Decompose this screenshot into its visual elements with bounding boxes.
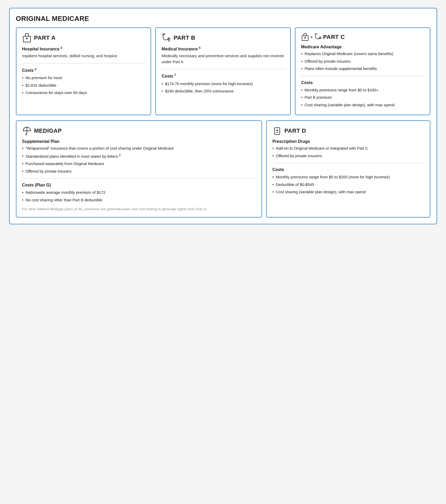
divider-5 xyxy=(272,163,424,163)
plus-icon: + xyxy=(311,35,313,39)
part-a-costs-list: No premium for most $1,632 deductible Co… xyxy=(22,75,145,96)
list-item: Coinsurance for stays over 60 days xyxy=(22,90,145,96)
part-b-subtitle: Medical Insurance 6 xyxy=(162,46,284,51)
part-c-costs-list: Monthly premiums range from $0 to $100+ … xyxy=(301,87,424,108)
part-d-title: PART D xyxy=(284,127,306,134)
list-item: $1,632 deductible xyxy=(22,83,145,89)
medigap-subtitle: Supplemental Plan xyxy=(22,139,256,144)
part-d-coverage-list: Add-on to Original Medicare or Integrate… xyxy=(272,145,424,159)
part-a-costs-title: Costs 5 xyxy=(22,68,145,73)
part-d-costs-list: Monthly premiums range from $0 to $200 (… xyxy=(272,174,424,195)
list-item: Offered by private insurers xyxy=(301,58,424,65)
hospital-icon xyxy=(22,33,32,43)
medigap-coverage-list: "Wraparound" insurance that covers a por… xyxy=(22,145,256,174)
svg-rect-1 xyxy=(25,34,28,36)
part-c-coverage-list: Replaces Original Medicare (covers same … xyxy=(301,51,424,72)
list-item: Monthly premiums range from $0 to $200 (… xyxy=(272,174,424,180)
part-b-description: Medically necessary and preventive servi… xyxy=(162,53,284,65)
list-item: Replaces Original Medicare (covers same … xyxy=(301,51,424,57)
bottom-section: MEDIGAP Supplemental Plan "Wraparound" i… xyxy=(16,120,430,218)
umbrella-icon xyxy=(22,126,32,136)
part-d-card: PART D Prescription Drugs Add-on to Orig… xyxy=(266,120,430,218)
part-a-header: PART A xyxy=(22,33,145,43)
part-b-header: PART B xyxy=(162,33,284,43)
list-item: Purchased separately from Original Medic… xyxy=(22,161,256,167)
medigap-wrapper: MEDIGAP Supplemental Plan "Wraparound" i… xyxy=(16,120,262,218)
list-item: Monthly premiums range from $0 to $100+ xyxy=(301,87,424,93)
medigap-costs-list: Nationwide average monthly premium of $1… xyxy=(22,190,256,203)
list-item: Offered by private insurers xyxy=(272,153,424,159)
part-c-subtitle: Medicare Advantage xyxy=(301,45,424,49)
part-b-card: PART B Medical Insurance 6 Medically nec… xyxy=(155,27,291,115)
svg-point-13 xyxy=(317,34,317,34)
medigap-header: MEDIGAP xyxy=(22,126,256,136)
main-container: ORIGINAL MEDICARE PART A Hospital Insura… xyxy=(9,8,437,224)
list-item: Nationwide average monthly premium of $1… xyxy=(22,190,256,196)
part-c-card: + PART C Medicare Advantage Replaces Ori… xyxy=(295,27,430,115)
part-a-description: Inpatient hospital services, skilled nur… xyxy=(22,53,145,59)
part-a-subtitle: Hospital Insurance 4 xyxy=(22,46,145,51)
list-item: Add-on to Original Medicare or Integrate… xyxy=(272,145,424,151)
list-item: Plans often include supplemental benefit… xyxy=(301,66,424,72)
list-item: No premium for most xyxy=(22,75,145,81)
list-item: Offered by private insurers xyxy=(22,168,256,174)
part-c-header: + PART C xyxy=(301,33,424,41)
part-b-costs-title: Costs 7 xyxy=(162,73,284,79)
part-c-title: PART C xyxy=(323,34,345,40)
divider-4 xyxy=(22,178,256,179)
list-item: $240 deductible, then 20% coinsurance xyxy=(162,88,284,94)
page-title: ORIGINAL MEDICARE xyxy=(16,15,430,23)
stethoscope-icon-small xyxy=(314,33,322,41)
stethoscope-icon xyxy=(162,33,171,43)
list-item: Part B premium xyxy=(301,95,424,101)
hospital-icon-small xyxy=(301,33,309,41)
medigap-title: MEDIGAP xyxy=(34,127,62,134)
part-d-wrapper: PART D Prescription Drugs Add-on to Orig… xyxy=(266,120,430,218)
top-section: PART A Hospital Insurance 4 Inpatient ho… xyxy=(16,27,430,115)
list-item: "Wraparound" insurance that covers a por… xyxy=(22,145,256,151)
part-d-costs-title: Costs xyxy=(272,167,424,172)
list-item: $174.70 monthly premium (more for high i… xyxy=(162,81,284,87)
medigap-footnote: For other lettered Medigap plans (A-N), … xyxy=(22,207,256,212)
part-d-subtitle: Prescription Drugs xyxy=(272,139,424,144)
part-b-title: PART B xyxy=(174,34,195,41)
divider-1 xyxy=(22,63,145,63)
list-item: Cost sharing (variable plan design), wit… xyxy=(272,189,424,195)
medigap-costs-title: Costs (Plan G) xyxy=(22,183,256,187)
divider-3 xyxy=(301,76,424,76)
part-a-title: PART A xyxy=(34,34,56,41)
part-c-costs-title: Costs xyxy=(301,80,424,85)
list-item: Deductible of $0-$545 xyxy=(272,182,424,188)
medigap-card: MEDIGAP Supplemental Plan "Wraparound" i… xyxy=(16,120,262,218)
prescription-icon xyxy=(272,126,282,136)
list-item: Cost sharing (variable plan design), wit… xyxy=(301,102,424,108)
svg-rect-8 xyxy=(304,34,306,36)
part-b-costs-list: $174.70 monthly premium (more for high i… xyxy=(162,81,284,94)
list-item: No cost sharing other than Part B deduct… xyxy=(22,197,256,203)
part-d-header: PART D xyxy=(272,126,424,136)
svg-point-6 xyxy=(164,34,165,35)
part-a-card: PART A Hospital Insurance 4 Inpatient ho… xyxy=(16,27,151,115)
divider-2 xyxy=(162,69,284,69)
list-item: Standardized plans identified in most st… xyxy=(22,153,256,160)
